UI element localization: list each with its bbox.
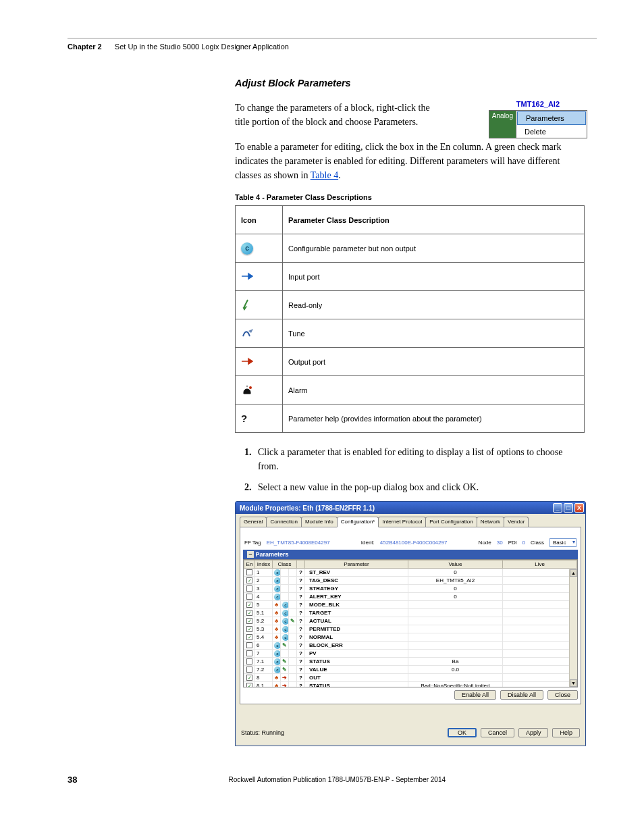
help-icon[interactable]: ? [297, 674, 305, 682]
help-icon[interactable]: ? [297, 601, 305, 609]
enable-checkbox[interactable]: ✓ [246, 634, 252, 640]
enable-checkbox[interactable]: × [246, 650, 252, 656]
read-only-icon: ✎ [282, 667, 287, 673]
grid-row[interactable]: ×6c✎?BLOCK_ERR [244, 642, 577, 650]
grid-row[interactable]: ✓8.1♣➔?STATUSBad::NonSpecific:NotLimited [244, 682, 577, 688]
tab-general[interactable]: General [240, 517, 267, 527]
output-port-icon [241, 357, 253, 365]
cell-live [503, 593, 577, 601]
enable-all-button[interactable]: Enable All [454, 690, 496, 700]
enable-checkbox[interactable]: ✓ [246, 675, 252, 681]
ff-tag-value: EH_TMT85-F4008E04297 [267, 540, 330, 546]
config-icon: c [282, 610, 289, 617]
minimize-icon[interactable]: _ [553, 503, 562, 513]
enable-checkbox[interactable]: ✓ [246, 610, 252, 616]
tab-connection[interactable]: Connection [266, 517, 301, 527]
enable-checkbox[interactable]: ✓ [246, 618, 252, 624]
disable-all-button[interactable]: Disable All [500, 690, 543, 700]
grid-row[interactable]: ×1c?ST_REV0 [244, 569, 577, 577]
enable-checkbox[interactable]: ✓ [246, 626, 252, 632]
block-title: TMT162_AI2 [489, 100, 587, 108]
ident-value: 452B48100E-F400C004297 [380, 540, 448, 546]
close-button[interactable]: Close [547, 690, 578, 700]
grid-row[interactable]: ✓2c?TAG_DESCEH_TMT85_AI2 [244, 577, 577, 585]
grid-scrollbar[interactable]: ▲ ▼ [569, 569, 577, 687]
grid-row[interactable]: ×7.1c✎?STATUSBa [244, 658, 577, 666]
enable-checkbox[interactable]: × [246, 658, 252, 664]
read-only-icon: ✎ [290, 618, 295, 624]
help-icon[interactable]: ? [297, 650, 305, 658]
grid-row[interactable]: ×7c?PV [244, 650, 577, 658]
collapse-icon[interactable]: − [247, 551, 254, 558]
cell-live [503, 617, 577, 625]
ok-button[interactable]: OK [448, 728, 477, 737]
tab-port-configuration[interactable]: Port Configuration [425, 517, 477, 527]
scroll-down-icon[interactable]: ▼ [570, 679, 577, 687]
table-cell-desc: Read-only [283, 291, 585, 319]
table-4-link[interactable]: Table 4 [311, 170, 338, 180]
cancel-button[interactable]: Cancel [481, 728, 514, 737]
help-icon[interactable]: ? [297, 658, 305, 666]
grid-row[interactable]: ×3c?STRATEGY0 [244, 585, 577, 593]
grid-row[interactable]: ✓5.2♣c✎?ACTUAL [244, 617, 577, 625]
maximize-icon[interactable]: □ [564, 503, 573, 513]
page-number: 38 [68, 775, 77, 785]
scroll-up-icon[interactable]: ▲ [570, 569, 577, 577]
cell-parameter: ALERT_KEY [305, 593, 408, 601]
status-label: Status: [241, 729, 260, 736]
pdi-value: 0 [522, 540, 525, 546]
table-row: Output port [236, 348, 585, 376]
grid-row[interactable]: ✓8♣➔?OUT [244, 674, 577, 682]
enable-checkbox[interactable]: × [246, 667, 252, 673]
tab-configuration[interactable]: Configuration* [337, 517, 379, 527]
table-cell-desc: Tune [283, 319, 585, 348]
cell-parameter: PERMITTED [305, 625, 408, 633]
table-cell-desc: Configurable parameter but non output [283, 234, 585, 263]
enable-checkbox[interactable]: × [246, 585, 252, 592]
class-dropdown[interactable]: Basic [549, 538, 576, 547]
help-button[interactable]: Help [552, 728, 580, 737]
cell-parameter: TAG_DESC [305, 577, 408, 585]
tab-vendor[interactable]: Vendor [504, 517, 529, 527]
tab-network[interactable]: Network [477, 517, 504, 527]
window-title: Module Properties: Eth (1788-EN2FFR 1.1) [240, 504, 375, 512]
node-value: 30 [497, 540, 503, 546]
grid-row[interactable]: ×4c?ALERT_KEY0 [244, 593, 577, 601]
help-icon[interactable]: ? [297, 682, 305, 688]
help-icon[interactable]: ? [297, 642, 305, 650]
cell-index: 7.1 [255, 658, 273, 666]
step-item: Click a parameter that is enabled for ed… [254, 445, 585, 473]
enable-checkbox[interactable]: ✓ [246, 577, 252, 583]
help-icon[interactable]: ? [297, 585, 305, 593]
context-menu-figure: TMT162_AI2 Analog Parameters Delete [489, 100, 587, 138]
context-menu-item-delete[interactable]: Delete [516, 126, 587, 138]
grid-row[interactable]: ✓5.1♣c?TARGET [244, 609, 577, 617]
help-icon[interactable]: ? [297, 666, 305, 674]
table-caption: Table 4 - Parameter Class Descriptions [235, 193, 585, 201]
tab-internet-protocol[interactable]: Internet Protocol [378, 517, 426, 527]
close-icon[interactable]: X [574, 503, 584, 513]
block-type-label: Analog [489, 111, 516, 138]
cell-index: 3 [255, 585, 273, 593]
svg-point-0 [249, 386, 252, 389]
enable-checkbox[interactable]: × [246, 594, 252, 600]
help-icon[interactable]: ? [297, 593, 305, 601]
enable-checkbox[interactable]: ✓ [246, 683, 252, 687]
grid-row[interactable]: ✓5♣c?MODE_BLK [244, 601, 577, 609]
help-icon[interactable]: ? [297, 633, 305, 642]
context-menu-item-parameters[interactable]: Parameters [517, 111, 586, 125]
help-icon[interactable]: ? [297, 577, 305, 585]
grid-row[interactable]: ×7.2c✎?VALUE0.0 [244, 666, 577, 674]
grid-row[interactable]: ✓5.3♣c?PERMITTED [244, 625, 577, 633]
help-icon[interactable]: ? [297, 569, 305, 577]
help-icon[interactable]: ? [297, 625, 305, 633]
help-icon[interactable]: ? [297, 617, 305, 625]
tab-module-info[interactable]: Module Info [301, 517, 338, 527]
table-cell-desc: Input port [283, 263, 585, 291]
enable-checkbox[interactable]: ✓ [246, 602, 252, 608]
enable-checkbox[interactable]: × [246, 569, 252, 575]
enable-checkbox[interactable]: × [246, 642, 252, 648]
grid-row[interactable]: ✓5.4♣c?NORMAL [244, 633, 577, 642]
apply-button[interactable]: Apply [518, 728, 549, 737]
help-icon[interactable]: ? [297, 609, 305, 617]
